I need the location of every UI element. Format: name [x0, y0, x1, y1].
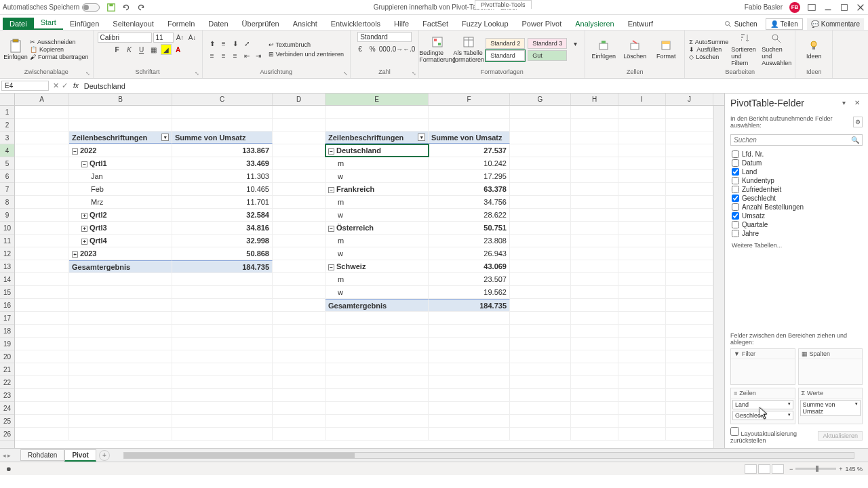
find-select-button[interactable]: Suchen und Auswählen: [762, 33, 791, 66]
cell[interactable]: [429, 428, 510, 440]
row-header[interactable]: 16: [0, 299, 14, 312]
cell[interactable]: [15, 209, 69, 221]
row-header[interactable]: 26: [0, 428, 14, 441]
sheet-nav-last-icon[interactable]: ▸: [7, 452, 11, 459]
cell[interactable]: [618, 170, 666, 182]
cell[interactable]: [429, 338, 510, 350]
cell[interactable]: [618, 389, 666, 401]
taskpane-close-icon[interactable]: ✕: [854, 99, 863, 107]
decimal-inc-icon[interactable]: .0→: [391, 43, 402, 54]
field-checkbox[interactable]: [732, 221, 739, 228]
cell[interactable]: [618, 428, 666, 440]
cell[interactable]: [571, 286, 618, 298]
styles-more-icon[interactable]: ▾: [570, 38, 580, 49]
expand-collapse-icon[interactable]: −: [81, 161, 87, 167]
cell[interactable]: +Qrtl2: [69, 209, 172, 221]
cell[interactable]: [618, 196, 666, 208]
cell[interactable]: [666, 312, 713, 324]
cell[interactable]: [571, 119, 618, 131]
field-checkbox[interactable]: [732, 150, 739, 158]
cell[interactable]: [510, 273, 571, 285]
cell[interactable]: +Qrtl3: [69, 222, 172, 234]
cell[interactable]: [15, 299, 69, 311]
cell[interactable]: Gesamtergebnis: [69, 260, 172, 272]
cell[interactable]: [510, 325, 571, 337]
cell[interactable]: [273, 260, 326, 272]
tab-developer[interactable]: Entwicklertools: [324, 18, 387, 30]
cell[interactable]: [429, 363, 510, 375]
cell[interactable]: [15, 363, 69, 375]
field-item[interactable]: Umsatz: [730, 211, 863, 220]
cell[interactable]: [510, 196, 571, 208]
cell[interactable]: m: [326, 273, 429, 285]
cell[interactable]: [326, 119, 429, 131]
cell[interactable]: [15, 402, 69, 414]
cell[interactable]: [618, 299, 666, 311]
align-launcher-icon[interactable]: ⤡: [342, 70, 349, 77]
cell[interactable]: [326, 376, 429, 388]
border-icon[interactable]: ▦: [149, 44, 159, 55]
cell[interactable]: w: [326, 209, 429, 221]
row-header[interactable]: 20: [0, 350, 14, 363]
cell[interactable]: [273, 389, 326, 401]
orientation-icon[interactable]: ⤢: [241, 38, 252, 49]
cell[interactable]: [571, 260, 618, 272]
cell[interactable]: [510, 119, 571, 131]
cell[interactable]: [172, 273, 273, 285]
font-name-select[interactable]: Calibri: [98, 33, 152, 43]
cell[interactable]: m: [326, 235, 429, 247]
format-painter-button[interactable]: 🖌 Format übertragen: [30, 54, 89, 60]
cell[interactable]: 50.868: [172, 247, 273, 260]
cell[interactable]: [172, 428, 273, 440]
cell[interactable]: [618, 157, 666, 169]
field-checkbox[interactable]: [732, 186, 739, 193]
cell[interactable]: [618, 144, 666, 157]
italic-icon[interactable]: K: [124, 44, 135, 55]
cell[interactable]: [429, 325, 510, 337]
cell[interactable]: [571, 299, 618, 311]
cell[interactable]: [510, 131, 571, 144]
cell[interactable]: [666, 144, 713, 157]
cell[interactable]: [618, 209, 666, 221]
zoom-slider[interactable]: [795, 468, 836, 470]
cell[interactable]: [15, 273, 69, 285]
cell[interactable]: [571, 402, 618, 414]
area-item[interactable]: Land▾: [732, 400, 793, 409]
cell[interactable]: [618, 222, 666, 234]
cell[interactable]: [571, 247, 618, 260]
cell-style-standard2[interactable]: Standard 2: [486, 38, 525, 49]
cut-button[interactable]: ✂ Ausschneiden: [30, 39, 89, 45]
horizontal-scrollbar[interactable]: [123, 452, 854, 459]
columns-area[interactable]: ▦Spalten: [798, 348, 863, 385]
cell[interactable]: [15, 389, 69, 401]
tab-file[interactable]: Datei: [3, 18, 34, 30]
cell[interactable]: w: [326, 286, 429, 298]
cell[interactable]: 184.735: [429, 299, 510, 311]
field-item[interactable]: Lfd. Nr.: [730, 150, 863, 159]
cell[interactable]: 26.943: [429, 247, 510, 260]
cell[interactable]: [571, 338, 618, 350]
cell[interactable]: [15, 157, 69, 169]
conditional-format-button[interactable]: Bedingte Formatierung: [423, 36, 452, 63]
tab-help[interactable]: Hilfe: [387, 18, 416, 30]
field-checkbox[interactable]: [732, 177, 739, 184]
cell[interactable]: [15, 325, 69, 337]
cell[interactable]: [69, 415, 172, 427]
cell[interactable]: [273, 286, 326, 298]
cell[interactable]: [15, 131, 69, 144]
field-checkbox[interactable]: [732, 230, 739, 237]
cell[interactable]: [666, 260, 713, 272]
cell[interactable]: [510, 157, 571, 169]
cell[interactable]: [571, 312, 618, 324]
cell[interactable]: [326, 106, 429, 118]
cell[interactable]: [172, 286, 273, 298]
cell[interactable]: [666, 119, 713, 131]
cell[interactable]: [15, 338, 69, 350]
align-bottom-icon[interactable]: ⬇: [230, 38, 241, 49]
cell[interactable]: [326, 325, 429, 337]
cell[interactable]: [510, 428, 571, 440]
field-search-box[interactable]: 🔍: [730, 134, 863, 146]
row-header[interactable]: 10: [0, 222, 14, 235]
cell[interactable]: [326, 312, 429, 324]
cell[interactable]: [326, 389, 429, 401]
